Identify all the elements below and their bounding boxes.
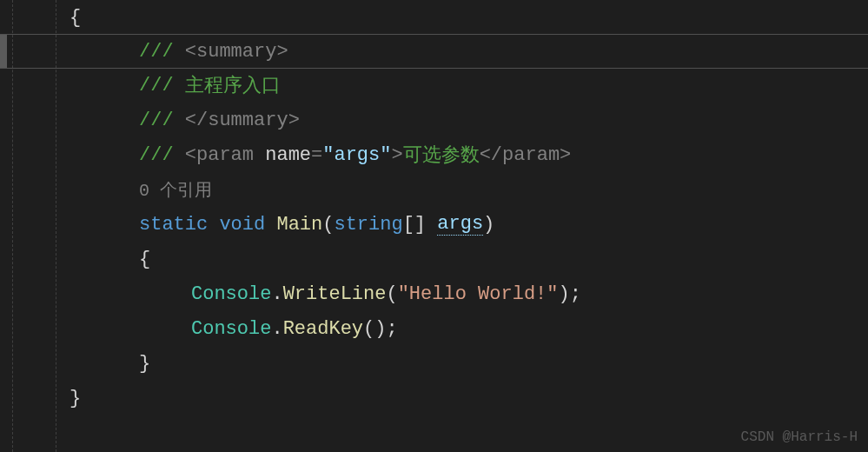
code-editor[interactable]: { /// <summary> /// 主程序入口 /// </summary>…: [0, 0, 868, 452]
code-line-doc-summary-text[interactable]: /// 主程序入口: [0, 68, 868, 103]
watermark: CSDN @Harris-H: [741, 429, 858, 445]
code-line-brace-open[interactable]: {: [0, 0, 868, 35]
code-line-doc-summary-close[interactable]: /// </summary>: [0, 103, 868, 137]
code-line-method-brace-open[interactable]: {: [0, 242, 868, 276]
code-lens[interactable]: 0 个引用: [0, 172, 868, 207]
code-line-doc-param[interactable]: /// <param name="args">可选参数</param>: [0, 137, 868, 172]
code-line-method-brace-close[interactable]: }: [0, 346, 868, 381]
code-line-method-signature[interactable]: static void Main(string[] args): [0, 207, 868, 242]
code-line-doc-summary-open[interactable]: /// <summary>: [0, 34, 868, 69]
code-line-writeline[interactable]: Console.WriteLine("Hello World!");: [0, 276, 868, 311]
code-line-brace-close[interactable]: }: [0, 381, 868, 415]
code-line-readkey[interactable]: Console.ReadKey();: [0, 311, 868, 346]
